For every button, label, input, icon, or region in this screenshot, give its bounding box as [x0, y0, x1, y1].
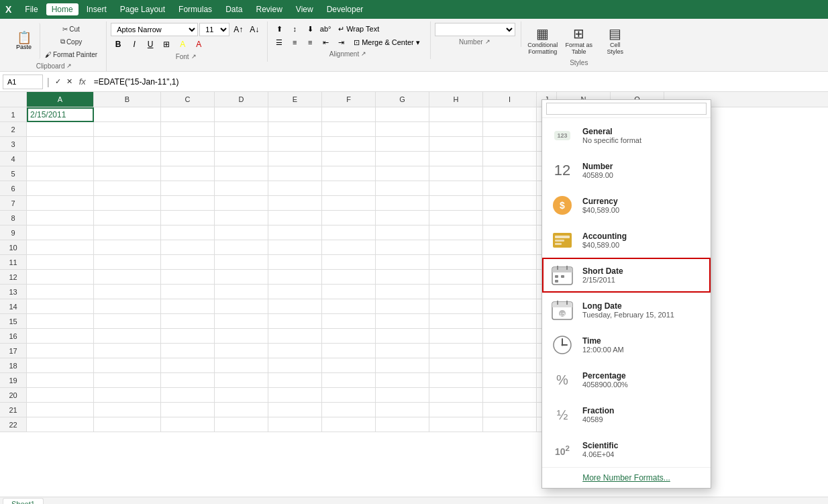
cell-H21[interactable] [429, 403, 483, 417]
cell-G10[interactable] [376, 240, 429, 255]
cell-I4[interactable] [483, 152, 537, 166]
font-name-select[interactable]: Aptos Narrow [111, 23, 198, 36]
cell-C20[interactable] [161, 388, 215, 403]
cell-H11[interactable] [429, 255, 483, 270]
cell-A15[interactable] [27, 314, 94, 329]
cell-G5[interactable] [376, 166, 429, 181]
cell-A21[interactable] [27, 403, 94, 417]
conditional-formatting-button[interactable]: ▦ ConditionalFormatting [525, 23, 560, 58]
cell-I3[interactable] [483, 137, 537, 152]
format-item-short-date[interactable]: Short Date 2/15/2011 [542, 258, 711, 293]
cell-F5[interactable] [322, 166, 376, 181]
row-header-18[interactable]: 18 [0, 358, 27, 373]
cell-F14[interactable] [322, 299, 376, 314]
cell-E20[interactable] [268, 388, 322, 403]
cell-B8[interactable] [94, 211, 161, 225]
cell-C8[interactable] [161, 211, 215, 225]
cell-C13[interactable] [161, 285, 215, 299]
cell-G2[interactable] [376, 122, 429, 137]
cell-F20[interactable] [322, 388, 376, 403]
cell-I2[interactable] [483, 122, 537, 137]
cell-E16[interactable] [268, 329, 322, 344]
cell-G19[interactable] [376, 373, 429, 388]
cell-D9[interactable] [215, 225, 268, 240]
cell-D10[interactable] [215, 240, 268, 255]
row-header-5[interactable]: 5 [0, 166, 27, 181]
align-bottom-button[interactable]: ⬇ [303, 23, 317, 35]
alignment-expand-icon[interactable]: ↗ [360, 50, 367, 58]
cell-G6[interactable] [376, 181, 429, 196]
cell-F10[interactable] [322, 240, 376, 255]
cell-C18[interactable] [161, 358, 215, 373]
row-header-1[interactable]: 1 [0, 107, 27, 122]
cell-A9[interactable] [27, 225, 94, 240]
cell-D12[interactable] [215, 270, 268, 285]
cell-C4[interactable] [161, 152, 215, 166]
cell-B1[interactable] [94, 107, 161, 122]
cell-C19[interactable] [161, 373, 215, 388]
cell-C1[interactable] [161, 107, 215, 122]
cell-B19[interactable] [94, 373, 161, 388]
decrease-indent-button[interactable]: ⇤ [318, 36, 333, 48]
cancel-formula-button[interactable]: ✕ [65, 77, 74, 86]
format-item-time[interactable]: Time 12:00:00 AM [542, 327, 711, 362]
formula-input[interactable] [91, 76, 825, 88]
cell-H10[interactable] [429, 240, 483, 255]
cell-H12[interactable] [429, 270, 483, 285]
select-all-button[interactable] [0, 92, 27, 107]
wrap-text-button[interactable]: ↵ Wrap Text [333, 23, 384, 35]
cell-B13[interactable] [94, 285, 161, 299]
cell-E11[interactable] [268, 255, 322, 270]
text-orientation-button[interactable]: ab° [318, 23, 333, 35]
number-expand-icon[interactable]: ↗ [484, 38, 491, 46]
cell-F16[interactable] [322, 329, 376, 344]
cell-C22[interactable] [161, 417, 215, 432]
menu-developer[interactable]: Developer [321, 3, 369, 15]
number-format-select[interactable] [435, 23, 515, 36]
cell-D11[interactable] [215, 255, 268, 270]
cell-D20[interactable] [215, 388, 268, 403]
menu-pagelayout[interactable]: Page Layout [115, 3, 170, 15]
copy-button[interactable]: ⧉ Copy [42, 36, 101, 48]
align-center-button[interactable]: ≡ [287, 36, 302, 48]
cell-reference-box[interactable] [3, 74, 43, 89]
row-header-4[interactable]: 4 [0, 152, 27, 166]
cell-D1[interactable] [215, 107, 268, 122]
cell-G9[interactable] [376, 225, 429, 240]
cell-E4[interactable] [268, 152, 322, 166]
cell-A4[interactable] [27, 152, 94, 166]
cell-I6[interactable] [483, 181, 537, 196]
cell-I19[interactable] [483, 373, 537, 388]
cell-B17[interactable] [94, 344, 161, 358]
merge-dropdown-icon[interactable]: ▾ [416, 38, 420, 47]
cell-B15[interactable] [94, 314, 161, 329]
cell-A7[interactable] [27, 196, 94, 211]
col-header-C[interactable]: C [161, 92, 215, 107]
italic-button[interactable]: I [127, 38, 142, 51]
cut-button[interactable]: ✂ Cut [42, 23, 101, 35]
row-header-17[interactable]: 17 [0, 344, 27, 358]
cell-A5[interactable] [27, 166, 94, 181]
cell-I21[interactable] [483, 403, 537, 417]
cell-D16[interactable] [215, 329, 268, 344]
cell-G8[interactable] [376, 211, 429, 225]
menu-review[interactable]: Review [250, 3, 287, 15]
increase-indent-button[interactable]: ⇥ [333, 36, 348, 48]
font-color-button[interactable]: A [191, 38, 206, 51]
align-top-button[interactable]: ⬆ [272, 23, 287, 35]
cell-E19[interactable] [268, 373, 322, 388]
cell-E14[interactable] [268, 299, 322, 314]
decrease-font-button[interactable]: A↓ [247, 23, 262, 36]
format-item-fraction[interactable]: ½ Fraction 40589 [542, 397, 711, 432]
cell-C11[interactable] [161, 255, 215, 270]
row-header-12[interactable]: 12 [0, 270, 27, 285]
cell-H20[interactable] [429, 388, 483, 403]
align-right-button[interactable]: ≡ [303, 36, 317, 48]
cell-F13[interactable] [322, 285, 376, 299]
cell-H16[interactable] [429, 329, 483, 344]
fill-color-button[interactable]: A [175, 38, 190, 51]
format-as-table-button[interactable]: ⊞ Format asTable [562, 23, 597, 58]
cell-D19[interactable] [215, 373, 268, 388]
row-header-7[interactable]: 7 [0, 196, 27, 211]
cell-D8[interactable] [215, 211, 268, 225]
